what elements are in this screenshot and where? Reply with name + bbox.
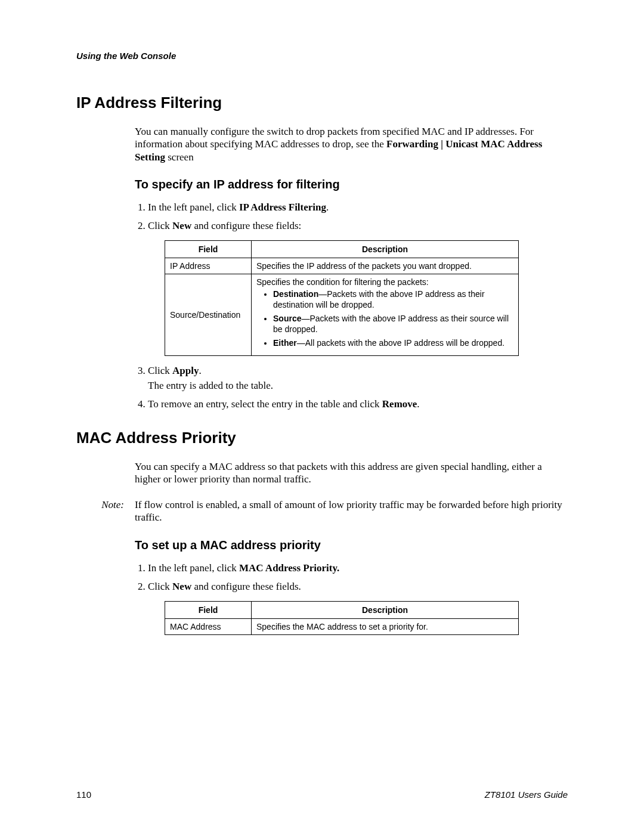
table1-body: IP AddressSpecifies the IP address of th… — [165, 258, 519, 356]
step-3-sub: The entry is added to the table. — [148, 379, 568, 392]
table-ip-filtering-fields: Field Description IP AddressSpecifies th… — [165, 240, 519, 356]
step-1: In the left panel, click MAC Address Pri… — [148, 562, 568, 574]
section1-body: You can manually configure the switch to… — [135, 125, 568, 411]
section1-steps-cont: Click Apply. The entry is added to the t… — [135, 364, 568, 411]
section2-subhead: To set up a MAC address priority — [135, 538, 568, 552]
td-description: Specifies the MAC address to set a prior… — [252, 619, 519, 635]
section1-subhead: To specify an IP address for filtering — [135, 178, 568, 191]
step-2: Click New and configure these fields. — [148, 580, 568, 593]
step-3: Click Apply. The entry is added to the t… — [148, 364, 568, 392]
step-4: To remove an entry, select the entry in … — [148, 398, 568, 410]
th-description: Description — [252, 602, 519, 619]
td-field: Source/Destination — [165, 274, 252, 356]
td-field: MAC Address — [165, 619, 252, 635]
note-block: Note: If flow control is enabled, a smal… — [135, 498, 568, 524]
th-description: Description — [252, 241, 519, 258]
table-mac-priority-fields: Field Description MAC AddressSpecifies t… — [165, 601, 519, 635]
guide-name: ZT8101 Users Guide — [485, 789, 568, 800]
section1-steps: In the left panel, click IP Address Filt… — [135, 201, 568, 233]
section2-steps: In the left panel, click MAC Address Pri… — [135, 562, 568, 593]
section2-body: You can specify a MAC address so that pa… — [135, 460, 568, 636]
page-footer: 110 ZT8101 Users Guide — [76, 789, 568, 800]
note-label: Note: — [76, 498, 135, 511]
table-header-row: Field Description — [165, 241, 519, 258]
table-row: MAC AddressSpecifies the MAC address to … — [165, 619, 519, 635]
section-title-mac-priority: MAC Address Priority — [76, 429, 568, 447]
step-1: In the left panel, click IP Address Filt… — [148, 201, 568, 213]
td-field: IP Address — [165, 258, 252, 274]
table2-body: MAC AddressSpecifies the MAC address to … — [165, 619, 519, 635]
note-text: If flow control is enabled, a small of a… — [135, 498, 568, 524]
manual-page: Using the Web Console IP Address Filteri… — [0, 0, 644, 833]
step-2: Click New and configure these fields: — [148, 219, 568, 232]
section-title-ip-filtering: IP Address Filtering — [76, 94, 568, 112]
running-head: Using the Web Console — [76, 51, 568, 61]
section2-intro: You can specify a MAC address so that pa… — [135, 460, 568, 486]
section1-intro: You can manually configure the switch to… — [135, 125, 568, 163]
td-description: Specifies the IP address of the packets … — [252, 258, 519, 274]
table-row: IP AddressSpecifies the IP address of th… — [165, 258, 519, 274]
table-header-row: Field Description — [165, 602, 519, 619]
table-row: Source/DestinationSpecifies the conditio… — [165, 274, 519, 356]
th-field: Field — [165, 602, 252, 619]
th-field: Field — [165, 241, 252, 258]
page-number: 110 — [76, 789, 91, 800]
td-description: Specifies the condition for filtering th… — [252, 274, 519, 356]
